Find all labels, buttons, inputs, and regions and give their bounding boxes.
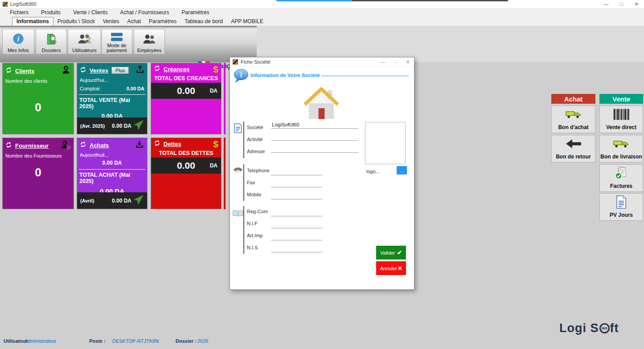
tabbar: Informations Produits \ Stock Ventes Ach…	[0, 17, 644, 26]
group-bar	[243, 122, 244, 158]
tile-creances-title[interactable]: Créances	[164, 66, 190, 73]
tile-ventes-title[interactable]: Ventes	[90, 67, 108, 74]
employees-button[interactable]: Employées	[134, 29, 165, 54]
tab-produits-stock[interactable]: Produits \ Stock	[53, 17, 99, 26]
refresh-icon[interactable]	[5, 142, 12, 150]
bon-retour-button[interactable]: Bon de retour	[551, 135, 595, 162]
dialog-minimize-button[interactable]: —	[377, 57, 389, 66]
valider-button[interactable]: Valider ✔	[376, 246, 406, 260]
telephone-label: Telephone	[247, 168, 270, 173]
document-icon	[234, 123, 242, 135]
logo-preview-box[interactable]	[365, 122, 406, 164]
info-bubble-icon: i	[233, 68, 250, 86]
refresh-icon[interactable]	[80, 66, 86, 75]
clients-count-value: 0	[3, 101, 74, 114]
fax-label: Fax	[247, 180, 255, 185]
ventes-prev-value: 0.00 DA	[112, 123, 131, 129]
nis-input[interactable]	[271, 245, 322, 252]
ventes-plus-button[interactable]: Plus	[111, 67, 129, 74]
nif-input[interactable]	[271, 221, 322, 228]
menu-vente-clients[interactable]: Vente / Clients	[67, 8, 114, 17]
achats-total-label: TOTAL ACHAT (Mai 2025)	[77, 172, 147, 184]
ventes-today-label: Aujourd'hui...	[77, 77, 147, 84]
tile-dettes[interactable]: Dettes $ TOTAL DES DETTES 0.00 DA	[151, 138, 222, 209]
tile-fournisseur-title[interactable]: Fournisseur	[15, 142, 49, 149]
refresh-icon[interactable]	[154, 140, 160, 148]
users-icon	[77, 30, 92, 48]
dialog-header-text: Information de Votre Société	[250, 73, 320, 78]
pv-jours-button[interactable]: PV Jours	[599, 193, 643, 221]
vente-direct-button[interactable]: Vente direct	[599, 106, 643, 133]
comptoir-label: Comptoir:	[80, 86, 101, 91]
tile-dettes-title[interactable]: Dettes	[164, 141, 181, 147]
tile-fournisseur[interactable]: Fournisseur Nombre des Fournisseurs 0	[2, 138, 74, 209]
nif-label: N.I.F	[247, 221, 258, 226]
tile-achats[interactable]: Achats Aujourdhuit... 0.00 DA TOTAL ACHA…	[77, 138, 148, 209]
annuler-button[interactable]: Annuler ×	[376, 261, 406, 275]
trend-up-arrow-icon	[133, 195, 144, 207]
regcom-input[interactable]	[271, 209, 322, 216]
window-minimize-button[interactable]: —	[599, 0, 614, 8]
refresh-icon[interactable]	[154, 65, 160, 73]
tab-tableau-de-bord[interactable]: Tableau de bord	[180, 17, 227, 26]
factures-button[interactable]: Factures	[599, 164, 643, 192]
poste-label: Poste :	[89, 338, 106, 344]
tab-informations[interactable]: Informations	[12, 17, 53, 26]
ventes-total-label: TOTAL VENTE (Mai 2025)	[77, 97, 147, 110]
fiche-societe-dialog: Fiche Société — □ × i Information de Vot…	[230, 57, 414, 290]
dialog-title: Fiche Société	[241, 59, 271, 65]
dossiers-button[interactable]: Dossiers	[36, 29, 67, 54]
brand-360-circle: 360	[599, 323, 610, 333]
window-close-button[interactable]: ×	[629, 0, 644, 8]
svg-text:i: i	[240, 71, 242, 79]
dialog-maximize-button[interactable]: □	[389, 57, 402, 66]
tab-parametres[interactable]: Paramètres	[145, 17, 180, 26]
societe-input[interactable]	[271, 121, 358, 129]
trend-up-arrow-icon	[133, 120, 144, 132]
telephone-input[interactable]	[271, 168, 322, 175]
bon-livraison-button[interactable]: Bon de livraison	[599, 135, 643, 162]
refresh-icon[interactable]	[5, 67, 12, 75]
tile-ventes[interactable]: Ventes Plus Aujourd'hui... Comptoir: 0.0…	[77, 63, 148, 134]
tile-clients[interactable]: Clients Nombre des clients 0	[2, 63, 74, 134]
tab-ventes[interactable]: Ventes	[99, 17, 123, 26]
societe-label: Société	[247, 125, 263, 130]
tile-sliver-bottom	[224, 138, 226, 209]
menu-parametres[interactable]: Paramètres	[175, 8, 215, 17]
refresh-icon[interactable]	[80, 141, 86, 150]
phone-icon	[233, 166, 243, 175]
dialog-titlebar[interactable]: Fiche Société — □ ×	[230, 57, 414, 67]
activite-input[interactable]	[271, 133, 358, 141]
menu-produits[interactable]: Produits	[35, 8, 67, 17]
dialog-close-button[interactable]: ×	[402, 57, 414, 66]
tab-achat[interactable]: Achat	[123, 17, 145, 26]
utilisateurs-button[interactable]: Utilisateurs	[68, 29, 101, 54]
menu-achat-fournisseurs[interactable]: Achat / Fournisseurs	[114, 8, 175, 17]
truck-icon	[565, 106, 582, 122]
achats-today-label: Aujourdhuit...	[77, 151, 147, 158]
tile-creances[interactable]: Créances $ TOTAL DES CREANCES 0.00 DA	[151, 63, 222, 134]
statusbar: Utilisateur: Administrateur Poste : DESK…	[0, 335, 644, 349]
annuler-label: Annuler	[380, 266, 397, 271]
logo-browse-button[interactable]: ...	[397, 166, 407, 174]
creances-currency: DA	[210, 88, 217, 94]
mes-infos-button[interactable]: i Mes Infos	[2, 29, 34, 54]
adresse-input[interactable]	[271, 145, 358, 153]
dialog-icon	[233, 59, 238, 65]
ventes-prev-label: (Avr. 2025)	[80, 123, 105, 129]
menu-fichiers[interactable]: Fichiers	[4, 8, 35, 17]
mobile-input[interactable]	[271, 192, 322, 199]
window-restore-button[interactable]: □	[614, 0, 629, 8]
bon-achat-button[interactable]: Bon d'achat	[551, 106, 595, 133]
fax-input[interactable]	[271, 180, 322, 187]
artimp-input[interactable]	[271, 233, 322, 240]
dossier-value: 2025	[197, 338, 208, 344]
tab-app-mobile[interactable]: APP MOBILE	[227, 17, 267, 26]
tile-clients-title[interactable]: Clients	[15, 68, 34, 74]
comptoir-value: 0.00 DA	[127, 86, 144, 91]
folder-search-icon	[45, 30, 58, 48]
mode-de-paiement-button[interactable]: Mode de paiement	[101, 29, 132, 54]
top-strip-dark	[352, 0, 508, 1]
supplier-person-icon	[60, 140, 71, 151]
tile-achats-title[interactable]: Achats	[90, 142, 109, 149]
